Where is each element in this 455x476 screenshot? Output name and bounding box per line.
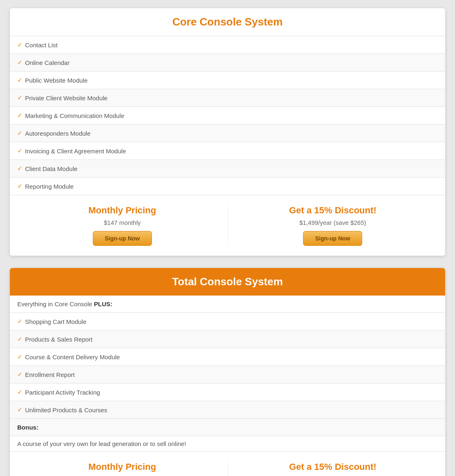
core-feature-text: Private Client Website Module [25, 95, 108, 102]
bonus-label: Bonus: [17, 424, 39, 431]
total-annual-label: Get a 15% Discount! [289, 462, 377, 472]
total-feature-text: Shopping Cart Module [25, 318, 86, 325]
total-feature-row: ✓Products & Sales Report [10, 330, 445, 348]
core-feature-text: Public Website Module [25, 77, 87, 84]
check-icon: ✓ [17, 406, 23, 414]
bonus-description: A course of your very own for lead gener… [10, 436, 445, 452]
core-monthly-amount: $147 monthly [104, 219, 141, 226]
plus-row-text: Everything in Core Console [17, 300, 94, 307]
core-feature-row: ✓Autoresponders Module [10, 125, 445, 142]
total-features-list: ✓Shopping Cart Module✓Products & Sales R… [10, 313, 445, 419]
total-feature-row: ✓Participant Activity Tracking [10, 384, 445, 401]
total-feature-text: Enrollment Report [25, 371, 75, 378]
core-feature-row: ✓Contact List [10, 36, 445, 54]
check-icon: ✓ [17, 94, 23, 102]
total-feature-row: ✓Unlimited Products & Courses [10, 401, 445, 419]
core-feature-text: Invoicing & Client Agreement Module [25, 148, 126, 155]
check-icon: ✓ [17, 388, 23, 396]
total-feature-text: Participant Activity Tracking [25, 389, 100, 396]
total-monthly-label: Monthly Pricing [88, 462, 156, 472]
core-pricing-row: Monthly Pricing $147 monthly Sign-up Now… [10, 195, 445, 256]
core-feature-row: ✓Client Data Module [10, 160, 445, 178]
bonus-label-row: Bonus: [10, 419, 445, 436]
core-annual-amount: $1,499/year (save $265) [299, 219, 366, 226]
core-annual-label: Get a 15% Discount! [289, 205, 377, 216]
total-feature-text: Course & Content Delivery Module [25, 354, 120, 360]
total-feature-row: ✓Course & Content Delivery Module [10, 348, 445, 366]
check-icon: ✓ [17, 165, 23, 172]
core-feature-row: ✓Marketing & Communication Module [10, 107, 445, 125]
total-monthly-col: Monthly Pricing $247 monthly Sign-up Now [17, 462, 228, 476]
core-feature-row: ✓Private Client Website Module [10, 89, 445, 107]
plus-bold: PLUS: [94, 300, 113, 307]
core-feature-text: Reporting Module [25, 183, 74, 190]
total-feature-row: ✓Enrollment Report [10, 366, 445, 384]
core-feature-text: Contact List [25, 42, 57, 49]
core-feature-text: Autoresponders Module [25, 130, 90, 137]
core-feature-row: ✓Public Website Module [10, 72, 445, 89]
total-pricing-row: Monthly Pricing $247 monthly Sign-up Now… [10, 452, 445, 476]
core-features-list: ✓Contact List✓Online Calendar✓Public Web… [10, 36, 445, 195]
core-feature-text: Online Calendar [25, 59, 69, 66]
core-annual-signup-button[interactable]: Sign-up Now [303, 231, 362, 246]
check-icon: ✓ [17, 59, 23, 66]
core-feature-text: Client Data Module [25, 165, 78, 172]
total-console-card: Total Console System Everything in Core … [10, 268, 445, 476]
core-monthly-col: Monthly Pricing $147 monthly Sign-up Now [17, 205, 228, 246]
total-plus-row: Everything in Core Console PLUS: [10, 296, 445, 313]
check-icon: ✓ [17, 183, 23, 190]
total-feature-text: Unlimited Products & Courses [25, 407, 107, 414]
core-monthly-label: Monthly Pricing [88, 205, 156, 216]
core-console-title: Core Console System [10, 8, 445, 36]
check-icon: ✓ [17, 112, 23, 119]
total-feature-text: Products & Sales Report [25, 336, 92, 343]
check-icon: ✓ [17, 147, 23, 155]
check-icon: ✓ [17, 371, 23, 378]
check-icon: ✓ [17, 318, 23, 325]
total-console-title: Total Console System [10, 268, 445, 296]
total-feature-row: ✓Shopping Cart Module [10, 313, 445, 330]
check-icon: ✓ [17, 129, 23, 137]
core-console-card: Core Console System ✓Contact List✓Online… [10, 8, 445, 256]
total-annual-col: Get a 15% Discount! $2,519/year (save $4… [228, 462, 438, 476]
check-icon: ✓ [17, 41, 23, 49]
core-feature-row: ✓Online Calendar [10, 54, 445, 72]
core-feature-row: ✓Invoicing & Client Agreement Module [10, 142, 445, 160]
core-annual-col: Get a 15% Discount! $1,499/year (save $2… [228, 205, 438, 246]
check-icon: ✓ [17, 76, 23, 84]
core-feature-row: ✓Reporting Module [10, 178, 445, 195]
check-icon: ✓ [17, 353, 23, 360]
check-icon: ✓ [17, 335, 23, 343]
core-monthly-signup-button[interactable]: Sign-up Now [93, 231, 152, 246]
core-feature-text: Marketing & Communication Module [25, 112, 124, 119]
